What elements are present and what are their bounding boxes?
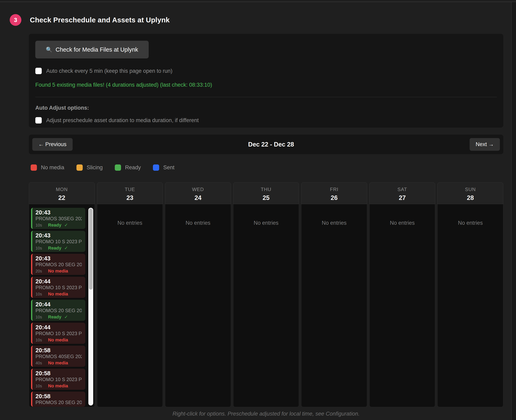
entry-title: PROMOS 40SEG 2025 ... [36,354,82,359]
entry-title: PROMOS 30SEG 2025 ... [36,216,82,221]
day-number: 23 [97,194,163,202]
entry-status: No media [48,361,68,365]
entry-time: 20:44 [36,324,82,330]
next-week-button[interactable]: Next → [470,138,500,151]
entry-meta: 10sNo media [36,384,82,388]
day-column-sun: SUN28No entries [437,182,503,407]
entry-title: PROMO 10 S 2023 PM... [36,239,82,244]
previous-week-button[interactable]: ← Previous [32,138,73,151]
entry-duration: 20s [36,269,42,273]
entry-time: 20:44 [36,278,82,284]
entry-time: 20:44 [36,301,82,307]
entry-title: PROMO 10 S 2023 PM... [36,331,82,336]
day-body: 20:43PROMOS 30SEG 2025 ...10sReady ✓20:4… [29,204,95,407]
legend-label: Sent [163,165,175,171]
weekday-label: TUE [97,187,163,192]
week-calendar: MON2220:43PROMOS 30SEG 2025 ...10sReady … [29,182,503,407]
legend-label: Slicing [87,165,103,171]
day-number: 28 [438,194,503,202]
entry-time: 20:58 [36,393,82,399]
weekday-label: SUN [438,187,503,192]
auto-check-label: Auto check every 5 min (keep this page o… [46,68,172,74]
schedule-entry[interactable]: 20:58PROMOS 20 SEG 2025... [31,392,85,407]
weekday-label: FRI [301,187,367,192]
step-badge: 3 [10,14,21,26]
day-header: TUE23 [97,182,163,204]
scrollbar-thumb[interactable] [89,209,92,290]
schedule-entry[interactable]: 20:44PROMOS 20 SEG 2025...10sReady ✓ [31,300,85,321]
day-header: WED24 [165,182,231,204]
day-body: No entries [437,204,503,407]
weekday-label: SAT [370,187,435,192]
day-column-wed: WED24No entries [165,182,231,407]
check-panel: 🔍 Check for Media Files at Uplynk Auto c… [29,34,503,128]
day-header: FRI26 [301,182,367,204]
checkmark-icon: ✓ [63,223,68,227]
day-header: SAT27 [369,182,435,204]
entry-title: PROMO 10 S 2023 PM... [36,285,82,290]
checkmark-icon: ✓ [63,246,68,250]
legend-swatch-slicing [77,165,83,171]
entry-title: PROMO 10 S 2023 PM... [36,377,82,382]
legend-item: Slicing [77,165,103,171]
page-scrollbar-gutter[interactable] [511,2,516,420]
no-entries-label: No entries [370,220,435,226]
schedule-entry[interactable]: 20:58PROMO 10 S 2023 PM...10sNo media [31,369,85,390]
day-number: 24 [165,194,231,202]
entry-status: No media [48,338,68,342]
entry-duration: 10s [36,246,42,250]
day-number: 27 [370,194,435,202]
day-header: SUN28 [437,182,503,204]
schedule-entry[interactable]: 20:58PROMOS 40SEG 2025 ...40sNo media [31,346,85,367]
legend-item: Ready [115,165,141,171]
panel-divider [35,97,497,97]
legend-label: No media [41,165,64,171]
day-column-mon: MON2220:43PROMOS 30SEG 2025 ...10sReady … [29,182,95,407]
entry-duration: 10s [36,338,42,342]
day-column-sat: SAT27No entries [369,182,435,407]
entry-meta: 10sNo media [36,292,82,296]
no-entries-label: No entries [97,220,163,226]
week-nav-bar: ← Previous Dec 22 - Dec 28 Next → [29,135,503,154]
entry-status: No media [48,384,68,388]
day-column-tue: TUE23No entries [97,182,163,407]
day-body: No entries [165,204,231,407]
entry-time: 20:43 [36,210,82,215]
auto-check-checkbox[interactable] [35,68,42,74]
weekday-label: THU [233,187,299,192]
no-entries-label: No entries [165,220,231,226]
day-number: 25 [233,194,299,202]
entry-meta: 10sNo media [36,338,82,342]
weekday-label: MON [29,187,95,192]
weekday-label: WED [165,187,231,192]
schedule-entry[interactable]: 20:43PROMOS 30SEG 2025 ...10sReady ✓ [31,208,85,229]
search-icon: 🔍 [46,46,52,53]
legend-item: Sent [153,165,175,171]
entry-meta: 10sReady ✓ [36,315,82,319]
day-number: 22 [29,194,95,202]
top-divider [0,2,516,2]
entry-status: Ready ✓ [48,223,68,227]
schedule-entry[interactable]: 20:43PROMOS 20 SEG 2025...20sNo media [31,254,85,275]
column-scrollbar[interactable] [88,208,93,405]
day-body: No entries [233,204,299,407]
entry-time: 20:43 [36,232,82,238]
no-entries-label: No entries [233,220,299,226]
adjust-duration-checkbox[interactable] [35,117,42,124]
auto-adjust-heading: Auto Adjust options: [35,105,497,111]
schedule-entry[interactable]: 20:44PROMO 10 S 2023 PM...10sNo media [31,323,85,344]
check-media-button[interactable]: 🔍 Check for Media Files at Uplynk [35,41,149,59]
entry-duration: 10s [36,315,42,319]
schedule-entry[interactable]: 20:44PROMO 10 S 2023 PM...10sNo media [31,277,85,298]
status-legend: No mediaSlicingReadySent [31,165,175,171]
entry-meta: 40sNo media [36,361,82,365]
entry-title: PROMOS 20 SEG 2025... [36,262,82,267]
schedule-entry[interactable]: 20:43PROMO 10 S 2023 PM...10sReady ✓ [31,231,85,252]
entry-time: 20:58 [36,347,82,353]
adjust-duration-label: Adjust preschedule asset duration to med… [46,117,199,124]
entry-title: PROMOS 20 SEG 2025... [36,400,82,405]
entry-title: PROMOS 20 SEG 2025... [36,308,82,313]
entry-time: 20:43 [36,255,82,261]
entry-duration: 10s [36,292,42,296]
day-header: THU25 [233,182,299,204]
